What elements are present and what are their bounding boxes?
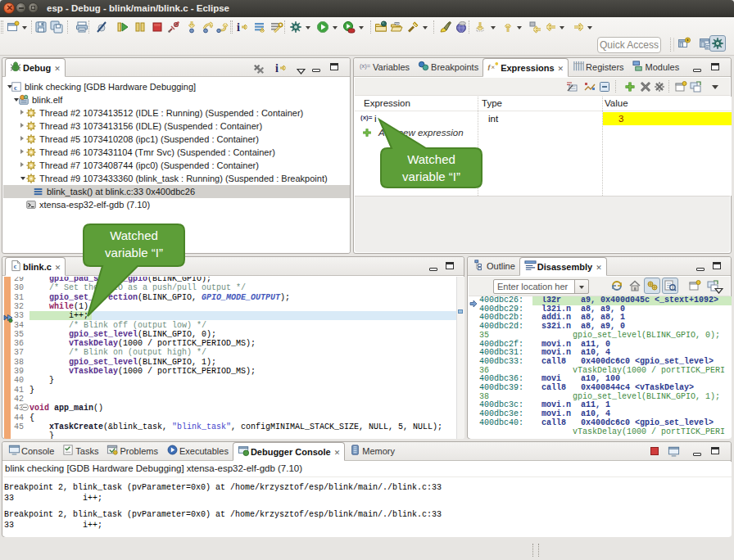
svg-text:i: i [237,21,240,34]
svg-text:ƒ×: ƒ× [487,63,495,71]
svg-text:c: c [14,262,17,270]
svg-text:(x)=: (x)= [360,62,371,70]
svg-text:c: c [14,84,17,92]
svg-text:i: i [275,62,279,75]
